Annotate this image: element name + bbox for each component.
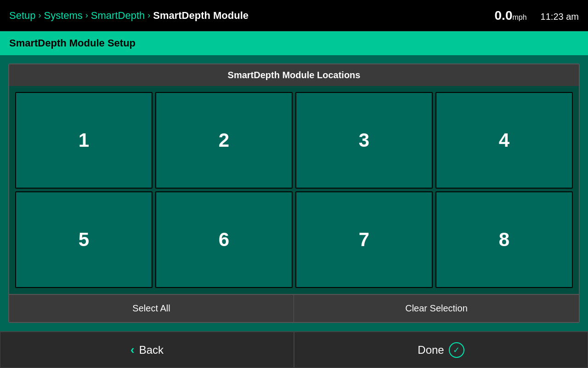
speed-unit: mph bbox=[512, 13, 526, 21]
back-label: Back bbox=[139, 344, 164, 356]
location-btn-3[interactable]: 3 bbox=[295, 92, 433, 189]
location-btn-1[interactable]: 1 bbox=[15, 92, 153, 189]
main-content: SmartDepth Module Locations 1 2 3 4 5 6 … bbox=[0, 55, 588, 331]
location-grid: 1 2 3 4 5 6 7 8 bbox=[9, 86, 579, 294]
section-title-bar: SmartDepth Module Setup bbox=[0, 31, 588, 55]
back-button[interactable]: ‹ Back bbox=[0, 332, 294, 368]
select-all-button[interactable]: Select All bbox=[9, 295, 294, 322]
done-label: Done bbox=[418, 344, 444, 356]
clock-display: 11:23 am bbox=[541, 12, 579, 22]
header: Setup › Systems › SmartDepth › SmartDept… bbox=[0, 0, 588, 31]
clear-selection-button[interactable]: Clear Selection bbox=[294, 295, 579, 322]
bottom-bar: ‹ Back Done ✓ bbox=[0, 331, 588, 368]
done-button[interactable]: Done ✓ bbox=[294, 332, 588, 368]
location-btn-6[interactable]: 6 bbox=[155, 191, 293, 288]
back-chevron-icon: ‹ bbox=[130, 343, 135, 357]
panel-title: SmartDepth Module Locations bbox=[9, 64, 579, 86]
location-btn-2[interactable]: 2 bbox=[155, 92, 293, 189]
location-btn-8[interactable]: 8 bbox=[435, 191, 573, 288]
location-btn-5[interactable]: 5 bbox=[15, 191, 153, 288]
header-right: 0.0mph 11:23 am bbox=[495, 8, 579, 23]
done-check-icon: ✓ bbox=[449, 342, 464, 358]
breadcrumb: Setup › Systems › SmartDepth › SmartDept… bbox=[9, 10, 249, 22]
speed-display: 0.0mph bbox=[495, 8, 527, 23]
location-btn-4[interactable]: 4 bbox=[435, 92, 573, 189]
breadcrumb-systems[interactable]: Systems bbox=[44, 10, 83, 22]
breadcrumb-sep-1: › bbox=[39, 11, 41, 20]
breadcrumb-smartdepth[interactable]: SmartDepth bbox=[91, 10, 145, 22]
location-btn-7[interactable]: 7 bbox=[295, 191, 433, 288]
breadcrumb-setup[interactable]: Setup bbox=[9, 10, 36, 22]
breadcrumb-sep-3: › bbox=[147, 11, 150, 20]
panel: SmartDepth Module Locations 1 2 3 4 5 6 … bbox=[8, 63, 580, 323]
breadcrumb-current: SmartDepth Module bbox=[153, 10, 249, 22]
panel-footer: Select All Clear Selection bbox=[9, 294, 579, 322]
breadcrumb-sep-2: › bbox=[85, 11, 88, 20]
section-title: SmartDepth Module Setup bbox=[9, 37, 136, 49]
